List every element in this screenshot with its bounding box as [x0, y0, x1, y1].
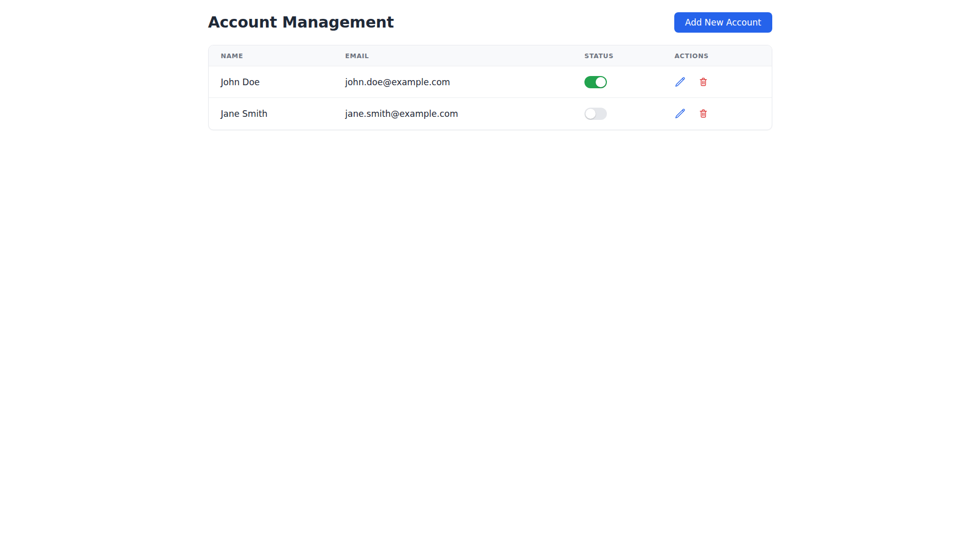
delete-button[interactable]	[698, 77, 709, 88]
page-title: Account Management	[208, 13, 394, 32]
table-row: John Doe john.doe@example.com	[209, 66, 772, 98]
pencil-icon	[675, 108, 685, 119]
name-cell: Jane Smith	[209, 98, 333, 130]
actions-cell	[675, 77, 760, 88]
edit-button[interactable]	[675, 108, 686, 119]
add-new-account-button[interactable]: Add New Account	[674, 12, 772, 33]
toggle-knob	[596, 77, 606, 87]
column-header-status: Status	[572, 45, 662, 66]
email-cell: jane.smith@example.com	[333, 98, 572, 130]
status-toggle[interactable]	[584, 76, 607, 88]
accounts-card: Name Email Status Actions John Doe john.…	[208, 45, 772, 130]
page-header: Account Management Add New Account	[208, 12, 772, 33]
status-toggle[interactable]	[584, 108, 607, 120]
pencil-icon	[675, 77, 685, 87]
name-cell: John Doe	[209, 66, 333, 98]
column-header-email: Email	[333, 45, 572, 66]
table-header-row: Name Email Status Actions	[209, 45, 772, 66]
content-container: Account Management Add New Account Name …	[208, 0, 772, 130]
column-header-actions: Actions	[663, 45, 772, 66]
accounts-table: Name Email Status Actions John Doe john.…	[209, 45, 772, 130]
delete-button[interactable]	[698, 108, 709, 119]
table-row: Jane Smith jane.smith@example.com	[209, 98, 772, 130]
trash-icon	[698, 77, 708, 87]
email-cell: john.doe@example.com	[333, 66, 572, 98]
trash-icon	[698, 108, 708, 119]
edit-button[interactable]	[675, 77, 686, 88]
actions-cell	[675, 108, 760, 119]
column-header-name: Name	[209, 45, 333, 66]
toggle-knob	[585, 109, 596, 119]
